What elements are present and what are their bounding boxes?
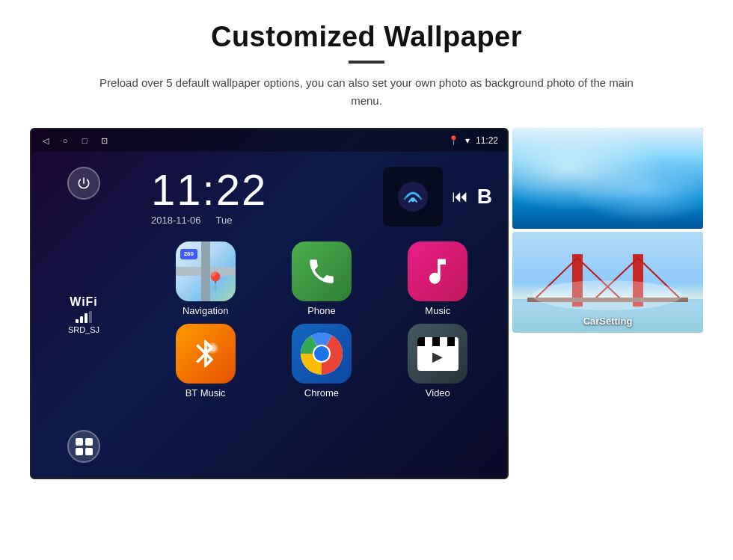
bt-svg <box>189 337 222 370</box>
music-icon <box>408 241 467 301</box>
power-button[interactable] <box>67 167 100 200</box>
cast-icon <box>396 180 429 213</box>
page-description: Preload over 5 default wallpaper options… <box>97 74 636 110</box>
navigation-icon: 280 📍 <box>176 241 236 301</box>
prev-button[interactable]: ⏮ <box>452 187 468 206</box>
wallpaper-thumb-bridge[interactable]: CarSetting <box>512 232 703 333</box>
wifi-info: WiFi SRD_SJ <box>68 295 99 334</box>
image-icon[interactable]: ⊡ <box>99 135 109 146</box>
clock-time: 11:22 <box>151 168 267 212</box>
status-time: 11:22 <box>476 135 498 146</box>
ice-background <box>512 128 703 229</box>
app-item-chrome[interactable]: Chrome <box>267 324 375 399</box>
nav-badge-number: 280 <box>184 250 194 258</box>
wifi-label: WiFi <box>68 295 99 309</box>
clock-date-value: 2018-11-06 <box>151 215 201 226</box>
carsetting-label: CarSetting <box>512 316 703 327</box>
navigation-label: Navigation <box>183 305 228 316</box>
apps-dot-2 <box>85 438 93 446</box>
svg-point-6 <box>314 346 329 361</box>
back-arrow-icon[interactable]: ◁ <box>40 135 51 146</box>
status-bar-left: ◁ ○ □ ⊡ <box>40 135 109 146</box>
video-label: Video <box>426 387 450 399</box>
apps-dot-4 <box>85 448 93 455</box>
video-clap: ▶ <box>417 337 458 371</box>
wallpaper-thumb-ice[interactable] <box>512 128 703 229</box>
music-svg <box>421 255 454 288</box>
wifi-bar-2 <box>80 316 83 323</box>
apps-button[interactable] <box>67 430 100 463</box>
main-content: 11:22 2018-11-06 Tue <box>136 152 507 478</box>
video-icon: ▶ <box>408 324 467 384</box>
svg-rect-13 <box>550 212 602 218</box>
wifi-bar-1 <box>76 319 79 323</box>
nav-badge: 280 <box>180 249 197 259</box>
app-item-phone[interactable]: Phone <box>267 241 375 316</box>
svg-point-8 <box>527 135 617 195</box>
phone-svg <box>306 256 337 287</box>
svg-rect-7 <box>512 128 703 229</box>
play-triangle: ▶ <box>432 348 443 365</box>
svg-point-23 <box>533 280 682 310</box>
svg-point-10 <box>580 132 640 169</box>
wallpaper-panels: CarSetting <box>512 128 703 333</box>
svg-point-3 <box>209 345 215 351</box>
media-widget-main[interactable] <box>383 167 443 227</box>
app-item-navigation[interactable]: 280 📍 Navigation <box>151 241 260 316</box>
app-item-bt-music[interactable]: BT Music <box>151 324 260 399</box>
chrome-svg <box>301 333 343 375</box>
phone-label: Phone <box>307 305 336 316</box>
svg-rect-12 <box>535 212 681 218</box>
status-bar-right: 📍 ▾ 11:22 <box>448 135 498 146</box>
wifi-icon: ▾ <box>465 135 470 146</box>
apps-grid-icon <box>76 438 93 455</box>
apps-dot-3 <box>76 448 83 455</box>
apps-dot-1 <box>76 438 83 446</box>
wifi-bar-3 <box>85 313 88 323</box>
svg-point-9 <box>610 154 684 206</box>
status-bar: ◁ ○ □ ⊡ 📍 ▾ 11:22 <box>31 129 507 152</box>
svg-point-0 <box>398 182 428 212</box>
bt-music-label: BT Music <box>185 387 226 399</box>
app-grid: 280 📍 Navigation Phone <box>136 234 507 406</box>
ice-svg <box>512 128 703 229</box>
svg-rect-11 <box>512 209 703 229</box>
title-letter: B <box>477 185 492 209</box>
page-title: Customized Wallpaper <box>211 21 522 53</box>
phone-icon <box>292 241 352 301</box>
clock-date: 2018-11-06 Tue <box>151 215 267 226</box>
nav-pin-icon: 📍 <box>204 273 227 291</box>
app-item-music[interactable]: Music <box>384 241 492 316</box>
clap-stripes <box>417 337 458 346</box>
title-divider <box>349 61 384 64</box>
app-item-video[interactable]: ▶ Video <box>384 324 492 399</box>
music-label: Music <box>425 305 450 316</box>
power-icon <box>76 176 91 191</box>
wifi-bars <box>68 311 99 323</box>
android-screen: ◁ ○ □ ⊡ 📍 ▾ 11:22 WiFi <box>30 128 509 479</box>
media-widgets: ⏮ B <box>383 167 492 227</box>
clock-area: 11:22 2018-11-06 Tue <box>136 152 507 234</box>
left-sidebar: WiFi SRD_SJ <box>31 152 136 478</box>
square-icon[interactable]: □ <box>79 135 90 146</box>
home-circle-icon[interactable]: ○ <box>60 135 70 146</box>
chrome-icon <box>292 324 352 384</box>
wifi-bar-4 <box>89 311 92 323</box>
wifi-network: SRD_SJ <box>68 325 99 334</box>
clock-day-value: Tue <box>216 215 233 226</box>
chrome-label: Chrome <box>304 387 339 399</box>
clock-block: 11:22 2018-11-06 Tue <box>151 168 267 226</box>
location-icon: 📍 <box>448 135 459 146</box>
bt-music-icon <box>176 324 236 384</box>
screen-wrapper: ◁ ○ □ ⊡ 📍 ▾ 11:22 WiFi <box>30 128 703 479</box>
